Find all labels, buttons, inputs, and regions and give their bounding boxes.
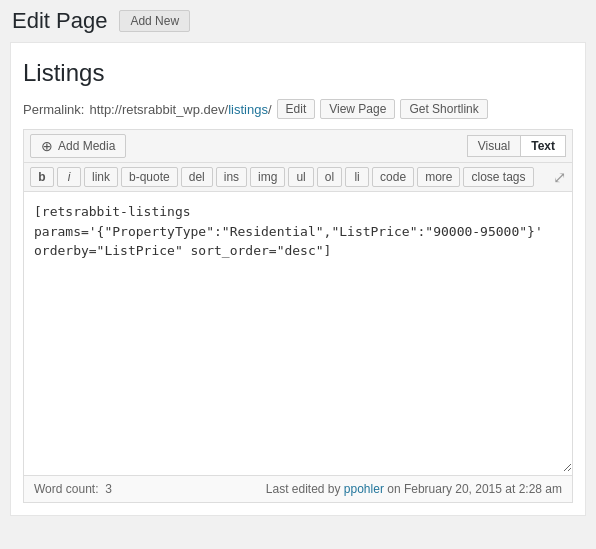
add-media-button[interactable]: ⊕ Add Media <box>30 134 126 158</box>
format-blockquote-button[interactable]: b-quote <box>121 167 178 187</box>
format-del-button[interactable]: del <box>181 167 213 187</box>
post-title: Listings <box>23 55 573 91</box>
view-page-button[interactable]: View Page <box>320 99 395 119</box>
format-link-button[interactable]: link <box>84 167 118 187</box>
visual-text-tabs: Visual Text <box>467 135 566 157</box>
format-ol-button[interactable]: ol <box>317 167 342 187</box>
format-bold-button[interactable]: b <box>30 167 54 187</box>
page-header: Edit Page Add New <box>0 0 596 42</box>
last-edited-prefix: Last edited by <box>266 482 344 496</box>
last-edited-user-link[interactable]: ppohler <box>344 482 384 496</box>
word-count-label: Word count: <box>34 482 98 496</box>
add-media-icon: ⊕ <box>41 138 53 154</box>
word-count-value: 3 <box>105 482 112 496</box>
permalink-base: http://retsrabbit_wp.dev/ <box>89 102 228 117</box>
format-bar: b i link b-quote del ins img ul ol li co… <box>24 163 572 192</box>
editor-top-bar: ⊕ Add Media Visual Text <box>24 130 572 163</box>
format-more-button[interactable]: more <box>417 167 460 187</box>
editor-wrapper: ⊕ Add Media Visual Text b i link b-quote… <box>23 129 573 503</box>
format-li-button[interactable]: li <box>345 167 369 187</box>
page-title: Edit Page <box>12 8 107 34</box>
text-tab[interactable]: Text <box>520 135 566 157</box>
add-media-label: Add Media <box>58 139 115 153</box>
permalink-slash: / <box>268 102 272 117</box>
format-italic-button[interactable]: i <box>57 167 81 187</box>
last-edited-suffix: on February 20, 2015 at 2:28 am <box>384 482 562 496</box>
format-code-button[interactable]: code <box>372 167 414 187</box>
expand-icon[interactable]: ⤢ <box>553 168 566 187</box>
format-ins-button[interactable]: ins <box>216 167 247 187</box>
format-ul-button[interactable]: ul <box>288 167 313 187</box>
format-close-tags-button[interactable]: close tags <box>463 167 533 187</box>
permalink-url: http://retsrabbit_wp.dev/listings/ <box>89 102 271 117</box>
last-edited: Last edited by ppohler on February 20, 2… <box>266 482 562 496</box>
add-new-button[interactable]: Add New <box>119 10 190 32</box>
permalink-row: Permalink: http://retsrabbit_wp.dev/list… <box>23 99 573 119</box>
permalink-slug-link[interactable]: listings <box>228 102 268 117</box>
editor-footer: Word count: 3 Last edited by ppohler on … <box>24 475 572 502</box>
editor-textarea[interactable]: [retsrabbit-listings params='{"PropertyT… <box>24 192 572 472</box>
format-img-button[interactable]: img <box>250 167 285 187</box>
visual-tab[interactable]: Visual <box>467 135 520 157</box>
main-content: Listings Permalink: http://retsrabbit_wp… <box>10 42 586 516</box>
get-shortlink-button[interactable]: Get Shortlink <box>400 99 487 119</box>
word-count: Word count: 3 <box>34 482 112 496</box>
edit-permalink-button[interactable]: Edit <box>277 99 316 119</box>
permalink-label: Permalink: <box>23 102 84 117</box>
